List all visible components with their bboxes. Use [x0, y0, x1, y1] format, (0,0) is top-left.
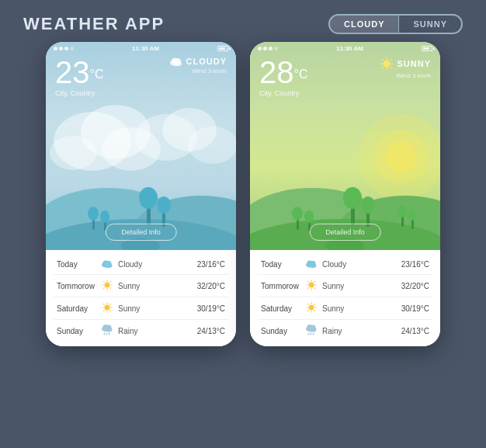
forecast-row-sunny-2: Saturday Sunny 30/19°C	[258, 297, 432, 320]
svg-point-3	[175, 58, 181, 64]
temp-unit-cloudy: °C	[90, 68, 104, 81]
weather-info-sunny: 28°C City, Country	[250, 54, 440, 97]
svg-point-84	[309, 283, 314, 288]
sun-icon-small	[99, 280, 115, 292]
condition-sunny: SUNNY Wind 3 km/h	[380, 57, 431, 79]
svg-line-90	[314, 288, 315, 289]
dot2s	[263, 47, 267, 50]
dot2	[59, 47, 63, 50]
status-bar-cloudy: 11:30 AM	[46, 42, 236, 54]
forecast-cond-sunny-3: Rainy	[319, 327, 401, 335]
svg-line-33	[110, 288, 111, 289]
detail-btn-wrap-sunny: Detailed Info	[309, 224, 381, 241]
forecast-day-cloudy-1: Tommorow	[57, 282, 99, 290]
svg-line-99	[314, 311, 315, 311]
svg-point-22	[100, 210, 109, 223]
svg-line-106	[308, 333, 309, 335]
svg-point-20	[88, 207, 99, 221]
svg-point-71	[361, 196, 375, 214]
forecast-day-sunny-3: Sunday	[261, 327, 304, 335]
forecast-temp-sunny-3: 24/13°C	[401, 327, 429, 335]
app-header: WEATHER APP CLOUDY SUNNY	[0, 0, 486, 42]
svg-point-6	[50, 136, 96, 170]
cloud-condition-icon	[169, 57, 183, 66]
condition-label-cloudy: CLOUDY	[186, 57, 227, 66]
dot4	[70, 47, 74, 50]
forecast-row-sunny-0: Today Cloudy 23/16°C	[258, 255, 432, 275]
battery-icon-sunny	[422, 46, 432, 51]
forecast-day-sunny-2: Saturday	[261, 304, 304, 313]
forecast-cond-cloudy-1: Sunny	[115, 282, 197, 290]
svg-line-42	[110, 311, 111, 311]
svg-line-44	[103, 311, 104, 311]
svg-point-52	[384, 61, 391, 68]
status-icons-cloudy	[217, 46, 228, 51]
svg-line-91	[314, 281, 315, 282]
svg-line-49	[104, 333, 105, 335]
status-time-cloudy: 11:30 AM	[132, 45, 159, 52]
forecast-day-sunny-0: Today	[261, 260, 304, 269]
forecast-row-cloudy-2: Saturday Sunny 30/19°C	[54, 297, 228, 320]
battery-fill	[219, 47, 225, 50]
sun-icon-small-2	[99, 302, 115, 314]
forecast-temp-sunny-2: 30/19°C	[401, 304, 429, 313]
forecast-list-cloudy: Today Cloudy 23/16°C Tommorow Sunny 32/2…	[46, 250, 236, 346]
svg-point-79	[408, 210, 416, 221]
cloud-icon-small-s0	[304, 259, 319, 269]
svg-point-48	[106, 325, 112, 330]
svg-point-83	[311, 261, 316, 266]
detail-button-cloudy[interactable]: Detailed Info	[105, 224, 177, 241]
status-bar-sunny: 11:30 AM	[250, 42, 440, 54]
svg-point-69	[343, 187, 362, 209]
tab-sunny[interactable]: SUNNY	[399, 16, 461, 33]
svg-point-16	[139, 187, 158, 209]
signal-dots-sunny	[258, 47, 278, 50]
condition-row-cloudy: CLOUDY	[169, 57, 227, 66]
svg-point-63	[386, 141, 417, 172]
signal-dots	[54, 47, 74, 50]
temp-display-sunny: 28°C City, Country	[259, 57, 307, 97]
detail-btn-wrap-cloudy: Detailed Info	[105, 224, 177, 241]
svg-line-43	[110, 304, 111, 304]
svg-point-36	[105, 305, 110, 311]
forecast-list-sunny: Today Cloudy 23/16°C Tommorow Sunny 32/2…	[250, 250, 440, 346]
svg-line-58	[391, 67, 392, 68]
phone-sunny: 11:30 AM 28°C City, Country	[250, 42, 440, 346]
forecast-day-cloudy-2: Saturday	[57, 304, 99, 313]
svg-line-41	[103, 304, 104, 304]
svg-line-89	[307, 281, 308, 282]
svg-line-32	[103, 281, 104, 282]
svg-line-60	[382, 67, 384, 68]
temp-number-sunny: 28	[259, 55, 294, 89]
forecast-row-sunny-3: Sunday Rainy 24/13°C	[258, 320, 432, 342]
forecast-day-cloudy-3: Sunday	[57, 327, 99, 335]
temp-number-cloudy: 23	[55, 55, 90, 89]
app-title: WEATHER APP	[23, 14, 165, 34]
svg-point-93	[309, 305, 314, 311]
temp-display-cloudy: 23°C City, Country	[55, 57, 103, 97]
dot3s	[269, 47, 273, 50]
svg-line-51	[109, 333, 109, 335]
forecast-cond-sunny-0: Cloudy	[319, 260, 401, 269]
forecast-temp-sunny-1: 32/20°C	[401, 282, 429, 290]
svg-point-75	[304, 210, 314, 223]
forecast-cond-cloudy-2: Sunny	[115, 304, 197, 313]
forecast-cond-sunny-1: Sunny	[319, 282, 401, 290]
detail-button-sunny[interactable]: Detailed Info	[309, 224, 381, 241]
sun-icon-small-s1	[304, 280, 319, 292]
dot4s	[274, 47, 278, 50]
sun-icon-small-s2	[304, 302, 319, 314]
temperature-sunny: 28°C	[259, 57, 307, 88]
status-time-sunny: 11:30 AM	[336, 45, 363, 52]
svg-point-10	[188, 127, 236, 164]
svg-point-77	[397, 205, 407, 217]
weather-info-cloudy: 23°C City, Country CLOUDY Wind	[46, 54, 236, 97]
wind-info-cloudy: Wind 3 km/h	[193, 68, 227, 75]
temp-unit-sunny: °C	[294, 68, 308, 81]
svg-line-101	[307, 311, 308, 311]
phones-row: 11:30 AM 23°C City, Country	[30, 42, 456, 346]
forecast-row-sunny-1: Tommorow Sunny 32/20°C	[258, 275, 432, 297]
forecast-row-cloudy-3: Sunday Rainy 24/13°C	[54, 320, 228, 342]
dot1	[54, 47, 57, 50]
tab-cloudy[interactable]: CLOUDY	[330, 16, 398, 33]
